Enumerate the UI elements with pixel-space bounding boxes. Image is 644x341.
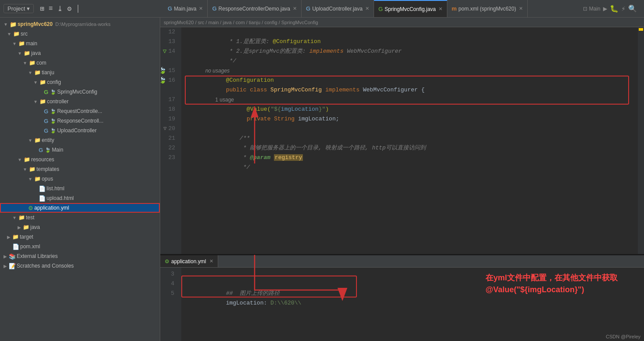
com-folder-icon: 📁 xyxy=(29,60,36,66)
line-19: 19 xyxy=(160,114,178,124)
request-label: RequestControlle... xyxy=(57,108,102,114)
project-path: D:\Myprogram\idea-works xyxy=(55,22,111,27)
tab-close-springmvc[interactable]: ✕ xyxy=(439,6,443,12)
java-label: java xyxy=(31,50,41,56)
tree-item-templates[interactable]: ▼ 📁 templates xyxy=(0,164,160,174)
upload-html-label: upload.html xyxy=(47,195,74,201)
arrow-target: ▶ xyxy=(7,235,11,239)
tab-label-main: Main.java xyxy=(174,6,196,12)
tree-item-responsecontroller[interactable]: G 🍃 ResponseControll... xyxy=(0,116,160,126)
arrow-entity: ▼ xyxy=(28,138,32,143)
tree-item-java[interactable]: ▼ 📁 java xyxy=(0,48,160,58)
tab-icon-upload: G xyxy=(306,5,310,12)
top-bar-left: Project ▾ ⊞ ≡ ⤓ ⚙ │ xyxy=(4,4,162,14)
annotation-icon-16[interactable]: 🍃 xyxy=(160,76,166,85)
tree-item-application-yml[interactable]: ⚙ application.yml xyxy=(0,203,160,213)
fold-icon-14[interactable]: ▽ xyxy=(163,47,166,56)
ext-libs-icon: 📚 xyxy=(9,253,16,260)
upload-label: UploadController xyxy=(57,127,97,134)
annotation-line2: @Value("${imgLocation}") xyxy=(486,284,618,296)
tree-item-springmvcconfig[interactable]: G 🍃 SpringMvcConfig xyxy=(0,87,160,97)
editor-top: 12 13 ▽ 14 🍃 15 🍃 16 xyxy=(160,27,644,255)
yml-tab-icon: ⚙ xyxy=(165,258,169,265)
tree-item-entity[interactable]: ▼ 📁 entity xyxy=(0,135,160,145)
tab-close-pom[interactable]: ✕ xyxy=(519,6,523,11)
tab-close-main[interactable]: ✕ xyxy=(199,6,203,11)
tree-item-scratches[interactable]: ▶ 📝 Scratches and Consoles xyxy=(0,261,160,271)
tab-response[interactable]: G ResponseControllerDemo.java ✕ xyxy=(208,0,302,17)
tab-springmvc[interactable]: G SpringMvcConfig.java ✕ xyxy=(374,0,447,17)
config-folder-icon: 📁 xyxy=(40,79,46,85)
watermark: CSDN @Pireley xyxy=(606,334,640,339)
yml-tab-close[interactable]: ✕ xyxy=(209,258,213,264)
fold-icon-20[interactable]: ▽ xyxy=(163,124,166,134)
arrow-com: ▼ xyxy=(23,61,27,65)
tree-item-com[interactable]: ▼ 📁 com xyxy=(0,58,160,68)
tab-pom[interactable]: m pom.xml (springMvc620) ✕ xyxy=(447,0,528,17)
line-22: 22 xyxy=(160,143,178,153)
yml-icon: ⚙ xyxy=(28,205,33,211)
test-label: test xyxy=(26,214,34,221)
tree-item-main[interactable]: ▼ 📁 main xyxy=(0,39,160,48)
com-label: com xyxy=(36,60,47,66)
tab-main[interactable]: G Main.java ✕ xyxy=(163,0,208,17)
tree-item-resources[interactable]: ▼ 📁 resources xyxy=(0,155,160,164)
tab-close-response[interactable]: ✕ xyxy=(293,6,297,11)
tree-item-target[interactable]: ▶ 📁 target xyxy=(0,232,160,242)
line-17: 17 xyxy=(160,95,178,105)
tree-item-ext-libs[interactable]: ▶ 📚 External Libraries xyxy=(0,251,160,261)
tree-item-src[interactable]: ▼ 📁 src xyxy=(0,29,160,39)
warning-marker xyxy=(639,28,643,31)
line-12: 12 xyxy=(160,27,178,37)
settings-icon[interactable]: ⚙ xyxy=(66,4,72,14)
tree-item-upload-html[interactable]: 📄 upload.html xyxy=(0,193,160,203)
arrow-src: ▼ xyxy=(7,32,11,36)
controller-folder-icon: 📁 xyxy=(40,98,46,105)
tree-item-test-java[interactable]: ▶ 📁 java xyxy=(0,222,160,232)
bottom-tab-yml[interactable]: ⚙ application.yml ✕ xyxy=(160,255,218,267)
collapse-icon[interactable]: ⤓ xyxy=(56,4,64,14)
arrow-tianju: ▼ xyxy=(28,70,32,75)
code-lines-top[interactable]: * 1.是配置类: @Configuration * 2.是springMvc的… xyxy=(181,27,638,254)
upload-icon: G xyxy=(44,127,48,134)
tree-item-list-html[interactable]: 📄 list.html xyxy=(0,184,160,193)
main-area: ▼ 📁 springMvc620 D:\Myprogram\idea-works… xyxy=(0,18,644,341)
editor-wrapper: springMvc620 / src / main / java / com /… xyxy=(160,18,644,341)
entity-folder-icon: 📁 xyxy=(34,137,41,143)
structure-icon[interactable]: ⊞ xyxy=(39,4,45,14)
line-usage xyxy=(160,85,178,95)
sidebar: ▼ 📁 springMvc620 D:\Myprogram\idea-works… xyxy=(0,18,160,341)
annotation-icon-15[interactable]: 🍃 xyxy=(160,66,166,76)
tree-item-root[interactable]: ▼ 📁 springMvc620 D:\Myprogram\idea-works xyxy=(0,19,160,29)
src-label: src xyxy=(21,31,28,37)
tree-container[interactable]: ▼ 📁 springMvc620 D:\Myprogram\idea-works… xyxy=(0,18,160,341)
tab-label-upload: UploadController.java xyxy=(312,6,363,12)
test-folder-icon: 📁 xyxy=(18,214,25,221)
tree-item-main-java[interactable]: G 🍃 Main xyxy=(0,145,160,155)
registry-highlight: registry xyxy=(274,154,303,161)
test-java-label: java xyxy=(30,224,40,230)
tree-item-controller[interactable]: ▼ 📁 controller xyxy=(0,97,160,106)
sort-icon[interactable]: ≡ xyxy=(48,4,54,14)
tree-item-requestcontroller[interactable]: G 🍃 RequestControlle... xyxy=(0,106,160,116)
tab-upload[interactable]: G UploadController.java ✕ xyxy=(302,0,374,17)
tab-label-springmvc: SpringMvcConfig.java xyxy=(385,6,436,12)
tab-label-pom: pom.xml (springMvc620) xyxy=(458,6,516,12)
tree-item-uploadcontroller[interactable]: G 🍃 UploadController xyxy=(0,126,160,135)
tree-item-pom-xml[interactable]: 📄 pom.xml xyxy=(0,242,160,251)
arrow-controller: ▼ xyxy=(33,99,38,104)
code-line-15: @Configuration xyxy=(185,66,638,76)
tree-item-config[interactable]: ▼ 📁 config xyxy=(0,77,160,87)
line-numbers-top: 12 13 ▽ 14 🍃 15 🍃 16 xyxy=(160,27,181,254)
ext-libs-label: External Libraries xyxy=(17,253,58,259)
bottom-line-numbers: 3 4 5 xyxy=(160,268,181,341)
breadcrumb: springMvc620 / src / main / java / com /… xyxy=(160,18,644,27)
tree-item-opus[interactable]: ▼ 📁 opus xyxy=(0,174,160,184)
tree-item-tianju[interactable]: ▼ 📁 tianju xyxy=(0,68,160,77)
project-dropdown[interactable]: Project ▾ xyxy=(4,4,34,13)
tree-item-test[interactable]: ▼ 📁 test xyxy=(0,213,160,222)
target-folder-icon: 📁 xyxy=(12,234,19,240)
list-html-label: list.html xyxy=(47,185,65,192)
tab-close-upload[interactable]: ✕ xyxy=(365,6,369,11)
arrow-opus: ▼ xyxy=(28,177,32,181)
